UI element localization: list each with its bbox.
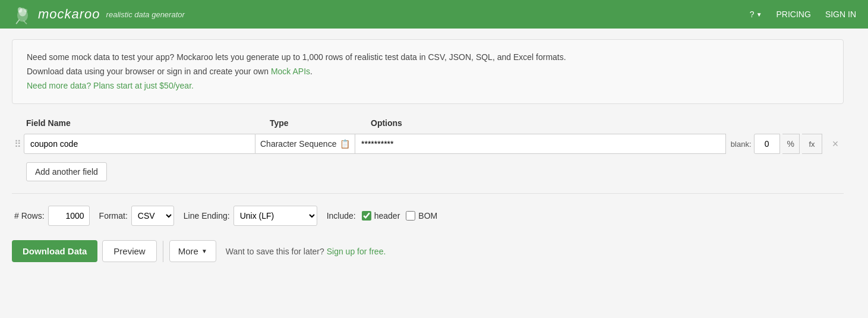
pricing-link[interactable]: PRICING (777, 10, 811, 19)
help-label: ? (750, 10, 755, 19)
info-line3: Need more data? Plans start at just $50/… (27, 79, 829, 93)
line-ending-select[interactable]: Unix (LF) Windows (CRLF) (233, 206, 317, 226)
line-ending-group: Line Ending: Unix (LF) Windows (CRLF) (184, 206, 317, 226)
format-label: Format: (99, 211, 128, 221)
line-ending-label: Line Ending: (184, 211, 230, 221)
chevron-down-icon: ▼ (756, 11, 762, 18)
navbar-left: mockaroo realistic data generator (12, 4, 185, 25)
more-button[interactable]: More ▼ (169, 240, 216, 262)
signin-link[interactable]: SIGN IN (825, 10, 856, 19)
button-divider (163, 241, 163, 262)
fx-icon: fx (809, 140, 815, 149)
folder-icon: 📋 (340, 139, 350, 149)
preview-button[interactable]: Preview (102, 240, 156, 262)
field-row: ⠿ Character Sequence 📋 blank: % fx × (12, 131, 844, 156)
format-select[interactable]: CSV JSON SQL Excel (131, 206, 174, 226)
include-label: Include: (327, 211, 356, 221)
col-header-name: Field Name (26, 118, 270, 128)
rows-label: # Rows: (14, 211, 45, 221)
field-name-input[interactable] (24, 134, 255, 154)
info-line1: Need some mock data to test your app? Mo… (27, 51, 829, 65)
main-content: Need some mock data to test your app? Mo… (0, 39, 856, 262)
rows-input[interactable] (48, 206, 90, 226)
info-line2-after: . (310, 67, 313, 76)
options-input[interactable] (355, 134, 726, 154)
delete-field-button[interactable]: × (827, 134, 844, 154)
header-checkbox-label[interactable]: header (362, 211, 400, 221)
mock-apis-link[interactable]: Mock APIs (271, 67, 310, 76)
navbar: mockaroo realistic data generator ? ▼ PR… (0, 0, 868, 29)
action-row: Download Data Preview More ▼ Want to sav… (12, 240, 844, 262)
logo-text: mockaroo (38, 7, 100, 22)
save-prompt-text: Want to save this for later? (226, 247, 324, 256)
drag-handle[interactable]: ⠿ (12, 138, 24, 150)
info-box: Need some mock data to test your app? Mo… (12, 39, 844, 104)
navbar-logo: mockaroo (12, 4, 100, 25)
info-line2-text: Download data using your browser or sign… (27, 67, 271, 76)
blank-section: blank: % fx × (731, 134, 844, 154)
field-headers: Field Name Type Options (12, 118, 844, 131)
info-line2: Download data using your browser or sign… (27, 65, 829, 79)
download-button[interactable]: Download Data (12, 240, 97, 262)
chevron-down-icon: ▼ (201, 248, 207, 254)
svg-point-3 (24, 9, 27, 12)
logo-tagline: realistic data generator (106, 10, 185, 19)
svg-point-2 (18, 7, 22, 12)
include-group: Include: header BOM (327, 211, 438, 221)
blank-percent: % (782, 134, 800, 154)
close-icon: × (832, 138, 839, 150)
more-label: More (178, 246, 198, 256)
field-type-label: Character Sequence (260, 139, 336, 149)
bom-label: BOM (418, 211, 437, 221)
blank-label: blank: (731, 140, 752, 149)
signup-link[interactable]: Sign up for free. (327, 247, 386, 256)
fx-button[interactable]: fx (802, 134, 822, 154)
format-group: Format: CSV JSON SQL Excel (99, 206, 174, 226)
drag-icon: ⠿ (14, 138, 21, 150)
plans-link[interactable]: Need more data? Plans start at just $50/… (27, 81, 194, 90)
field-type-button[interactable]: Character Sequence 📋 (255, 134, 355, 154)
navbar-right: ? ▼ PRICING SIGN IN (750, 10, 856, 19)
bom-checkbox-label[interactable]: BOM (406, 211, 437, 221)
download-button-wrapper: Download Data (12, 240, 97, 262)
header-checkbox[interactable] (362, 211, 371, 221)
help-button[interactable]: ? ▼ (750, 10, 762, 19)
settings-row: # Rows: Format: CSV JSON SQL Excel Line … (12, 206, 844, 226)
col-header-options: Options (371, 118, 844, 128)
add-field-button[interactable]: Add another field (26, 162, 107, 181)
kangaroo-icon (12, 4, 33, 25)
header-label: header (374, 211, 400, 221)
bom-checkbox[interactable] (406, 211, 415, 221)
divider (12, 193, 844, 194)
blank-input[interactable] (754, 134, 780, 154)
rows-group: # Rows: (14, 206, 90, 226)
field-section: Field Name Type Options ⠿ Character Sequ… (12, 118, 844, 181)
save-prompt: Want to save this for later? Sign up for… (226, 247, 386, 256)
col-header-type: Type (270, 118, 371, 128)
